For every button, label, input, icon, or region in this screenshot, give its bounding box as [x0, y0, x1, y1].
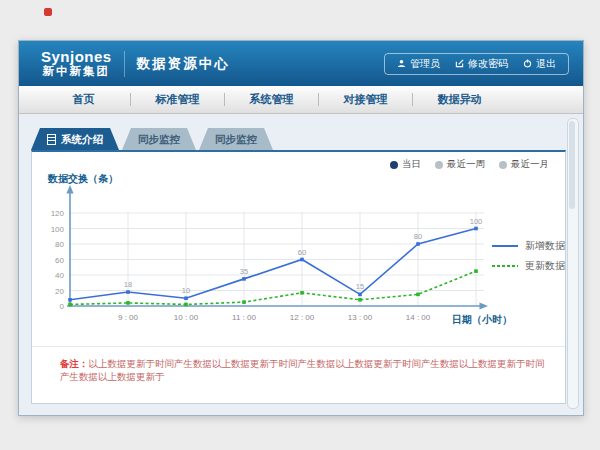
svg-text:10 : 00: 10 : 00 [174, 313, 199, 322]
svg-text:日期（小时）: 日期（小时） [452, 314, 512, 325]
nav-item-data-change[interactable]: 数据异动 [413, 86, 506, 113]
svg-text:9 : 00: 9 : 00 [118, 313, 139, 322]
app-header: Synjones 新中新集团 数据资源中心 管理员 修改密码 [19, 41, 583, 86]
footnote: 备注：以上数据更新于时间产生数据以上数据更新于时间产生数据以上数据更新于时间产生… [32, 346, 565, 384]
logout-button[interactable]: 退出 [523, 57, 556, 71]
radio-label: 当日 [402, 158, 421, 171]
radio-label: 最近一月 [511, 158, 549, 171]
legend-label: 新增数据 [525, 239, 565, 253]
logo-wordmark: Synjones [41, 49, 112, 66]
radio-dot [499, 161, 507, 169]
legend-item-new-data[interactable]: 新增数据 [492, 236, 565, 256]
svg-text:13 : 00: 13 : 00 [348, 313, 373, 322]
radio-option-today[interactable]: 当日 [390, 158, 421, 171]
radio-option-last-month[interactable]: 最近一月 [499, 158, 549, 171]
user-menu-label: 管理员 [410, 57, 440, 71]
nav-item-interface[interactable]: 对接管理 [319, 86, 412, 113]
page-favicon-mark [44, 8, 52, 16]
svg-text:15: 15 [356, 282, 364, 291]
svg-text:80: 80 [55, 240, 64, 249]
tab-label: 系统介绍 [61, 128, 103, 150]
line-chart-svg: 0204060801001209 : 0010 : 0011 : 0012 : … [34, 174, 569, 332]
document-icon [47, 134, 56, 145]
scrollbar-thumb[interactable] [569, 121, 575, 209]
svg-text:40: 40 [55, 271, 64, 280]
radio-dot [390, 161, 398, 169]
svg-text:60: 60 [55, 256, 64, 265]
tab-sync-monitor-2[interactable]: 同步监控 [199, 128, 273, 150]
svg-text:120: 120 [51, 209, 65, 218]
user-menu-label: 修改密码 [468, 57, 508, 71]
svg-text:35: 35 [240, 267, 248, 276]
svg-text:60: 60 [298, 248, 306, 257]
change-password-button[interactable]: 修改密码 [455, 57, 508, 71]
nav-item-system[interactable]: 系统管理 [225, 86, 318, 113]
user-menu-label: 退出 [536, 57, 556, 71]
power-icon [523, 59, 532, 68]
tab-bar: 系统介绍 同步监控 同步监控 [31, 128, 273, 150]
content-area: 系统介绍 同步监控 同步监控 当日 最近一周 [19, 114, 583, 415]
svg-text:80: 80 [414, 232, 422, 241]
legend-label: 更新数据 [525, 259, 565, 273]
svg-text:11 : 00: 11 : 00 [232, 313, 256, 322]
svg-text:0: 0 [60, 302, 65, 311]
user-menu: 管理员 修改密码 退出 [384, 53, 569, 75]
radio-dot [435, 161, 443, 169]
time-range-filter: 当日 最近一周 最近一月 [390, 158, 549, 171]
legend-line-dashed [492, 265, 518, 267]
radio-label: 最近一周 [447, 158, 485, 171]
radio-option-last-week[interactable]: 最近一周 [435, 158, 485, 171]
svg-text:20: 20 [55, 287, 64, 296]
chart-legend: 新增数据 更新数据 [492, 236, 565, 276]
app-window: Synjones 新中新集团 数据资源中心 管理员 修改密码 [18, 40, 584, 416]
svg-text:100: 100 [470, 217, 483, 226]
footnote-label: 备注： [60, 358, 89, 369]
tab-system-intro[interactable]: 系统介绍 [31, 128, 119, 150]
legend-line-solid [492, 245, 518, 247]
nav-item-standards[interactable]: 标准管理 [131, 86, 224, 113]
vertical-scrollbar[interactable] [567, 118, 579, 409]
chart-panel: 当日 最近一周 最近一月 数据交换（条） 0204060801001209 : … [31, 150, 566, 404]
tab-sync-monitor-1[interactable]: 同步监控 [122, 128, 196, 150]
svg-text:10: 10 [182, 286, 190, 295]
page-title: 数据资源中心 [137, 55, 230, 73]
company-logo: Synjones 新中新集团 [41, 49, 112, 78]
svg-text:12 : 00: 12 : 00 [290, 313, 315, 322]
header-divider [124, 51, 125, 77]
nav-item-home[interactable]: 首页 [37, 86, 130, 113]
footnote-text: 以上数据更新于时间产生数据以上数据更新于时间产生数据以上数据更新于时间产生数据以… [60, 358, 545, 382]
svg-text:18: 18 [124, 280, 132, 289]
admin-user-button[interactable]: 管理员 [397, 57, 440, 71]
legend-item-updated-data[interactable]: 更新数据 [492, 256, 565, 276]
main-nav: 首页 标准管理 系统管理 对接管理 数据异动 [19, 86, 583, 114]
svg-text:14 : 00: 14 : 00 [406, 313, 431, 322]
logo-company-name: 新中新集团 [43, 65, 111, 78]
user-icon [397, 59, 406, 68]
edit-icon [455, 59, 464, 68]
svg-text:100: 100 [51, 225, 65, 234]
